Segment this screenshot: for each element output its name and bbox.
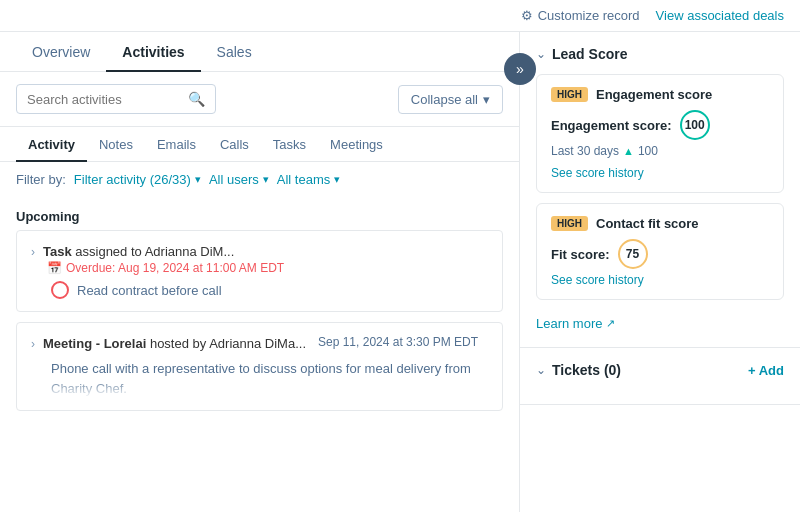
lead-score-header: ⌄ Lead Score	[536, 46, 784, 62]
tickets-section-header: ⌄ Tickets (0) + Add	[536, 362, 784, 378]
activity-tab-activity[interactable]: Activity	[16, 127, 87, 162]
engagement-score-value: 100	[680, 110, 710, 140]
customize-record-btn[interactable]: ⚙ Customize record	[521, 8, 640, 23]
see-fit-history-link[interactable]: See score history	[551, 273, 769, 287]
chevron-down-icon: ▾	[263, 173, 269, 186]
meeting-title: Meeting - Lorelai hosted by Adrianna DiM…	[43, 335, 306, 353]
engagement-score-row: Engagement score: 100	[551, 110, 769, 140]
activity-tab-calls[interactable]: Calls	[208, 127, 261, 162]
overdue-badge: 📅 Overdue: Aug 19, 2024 at 11:00 AM EDT	[47, 261, 488, 275]
left-panel: Overview Activities Sales » 🔍 Collapse a…	[0, 32, 520, 512]
chevron-down-icon: ▾	[195, 173, 201, 186]
high-badge: HIGH	[551, 87, 588, 102]
task-complete-btn[interactable]	[51, 281, 69, 299]
right-panel: ⌄ Lead Score HIGH Engagement score Engag…	[520, 32, 800, 512]
collapse-all-button[interactable]: Collapse all ▾	[398, 85, 503, 114]
chevron-down-icon: ▾	[483, 92, 490, 107]
task-text: Read contract before call	[77, 283, 222, 298]
activity-tab-meetings[interactable]: Meetings	[318, 127, 395, 162]
activity-tabs-bar: Activity Notes Emails Calls Tasks Meetin…	[0, 127, 519, 162]
meeting-description: Phone call with a representative to disc…	[31, 359, 488, 398]
tab-overview[interactable]: Overview	[16, 32, 106, 72]
filter-bar: Filter by: Filter activity (26/33) ▾ All…	[0, 162, 519, 197]
fit-score-label: Fit score:	[551, 247, 610, 262]
search-input[interactable]	[27, 92, 180, 107]
filter-users-btn[interactable]: All users ▾	[209, 172, 269, 187]
activity-card-task: › Task assigned to Adrianna DiM... 📅 Ove…	[16, 230, 503, 312]
meeting-date: Sep 11, 2024 at 3:30 PM EDT	[318, 335, 478, 349]
main-tabs-bar: Overview Activities Sales	[0, 32, 519, 72]
chevron-down-icon[interactable]: ⌄	[536, 47, 546, 61]
chevron-right-icon[interactable]: ›	[31, 337, 35, 351]
activity-tab-notes[interactable]: Notes	[87, 127, 145, 162]
learn-more-link[interactable]: Learn more ↗	[536, 310, 784, 333]
external-link-icon: ↗	[606, 317, 615, 330]
task-title: Task assigned to Adrianna DiM...	[43, 244, 234, 259]
tab-activities[interactable]: Activities	[106, 32, 200, 72]
task-sub-row: Read contract before call	[31, 281, 488, 299]
contact-fit-card-header: HIGH Contact fit score	[551, 216, 769, 231]
expand-icon: »	[516, 61, 520, 77]
activity-tab-emails[interactable]: Emails	[145, 127, 208, 162]
search-icon: 🔍	[188, 91, 205, 107]
engagement-score-card-title: Engagement score	[596, 87, 712, 102]
filter-label: Filter by:	[16, 172, 66, 187]
tab-sales[interactable]: Sales	[201, 32, 268, 72]
gear-icon: ⚙	[521, 8, 533, 23]
activity-list: › Task assigned to Adrianna DiM... 📅 Ove…	[0, 230, 519, 512]
upcoming-label: Upcoming	[0, 197, 519, 230]
add-ticket-btn[interactable]: + Add	[748, 363, 784, 378]
contact-fit-score-row: Fit score: 75	[551, 239, 769, 269]
lead-score-section: ⌄ Lead Score HIGH Engagement score Engag…	[520, 32, 800, 348]
calendar-icon: 📅	[47, 261, 62, 275]
contact-fit-score-card: HIGH Contact fit score Fit score: 75 See…	[536, 203, 784, 300]
activity-card-meeting: › Meeting - Lorelai hosted by Adrianna D…	[16, 322, 503, 411]
chevron-right-icon[interactable]: ›	[31, 245, 35, 259]
contact-fit-score-card-title: Contact fit score	[596, 216, 699, 231]
filter-activity-btn[interactable]: Filter activity (26/33) ▾	[74, 172, 201, 187]
lead-score-title: Lead Score	[552, 46, 627, 62]
engagement-score-sub: Last 30 days ▲ 100	[551, 144, 769, 158]
view-associated-deals-link[interactable]: View associated deals	[656, 8, 784, 23]
search-collapse-bar: 🔍 Collapse all ▾	[0, 72, 519, 127]
top-bar: ⚙ Customize record View associated deals	[0, 0, 800, 32]
engagement-card-header: HIGH Engagement score	[551, 87, 769, 102]
main-layout: Overview Activities Sales » 🔍 Collapse a…	[0, 32, 800, 512]
high-badge: HIGH	[551, 216, 588, 231]
engagement-score-label: Engagement score:	[551, 118, 672, 133]
customize-record-label: Customize record	[538, 8, 640, 23]
activity-tab-tasks[interactable]: Tasks	[261, 127, 318, 162]
engagement-score-card: HIGH Engagement score Engagement score: …	[536, 74, 784, 193]
arrow-up-icon: ▲	[623, 145, 634, 157]
fit-score-value: 75	[618, 239, 648, 269]
tickets-section: ⌄ Tickets (0) + Add	[520, 348, 800, 405]
filter-teams-btn[interactable]: All teams ▾	[277, 172, 340, 187]
chevron-down-icon[interactable]: ⌄	[536, 363, 546, 377]
tickets-title: Tickets (0)	[552, 362, 621, 378]
search-box[interactable]: 🔍	[16, 84, 216, 114]
see-engagement-history-link[interactable]: See score history	[551, 166, 769, 180]
chevron-down-icon: ▾	[334, 173, 340, 186]
